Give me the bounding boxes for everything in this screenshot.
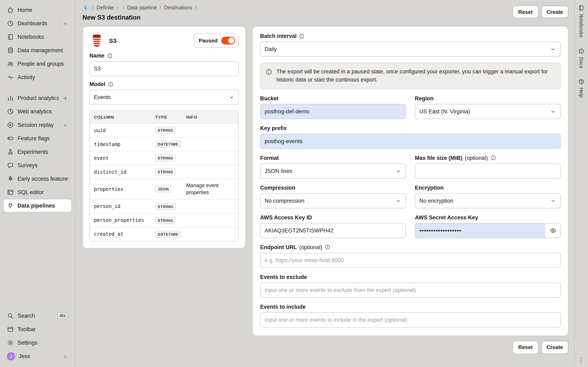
- form-footer-actions: Reset Create: [76, 336, 574, 354]
- sidebar-item-data-management[interactable]: Data management: [3, 44, 72, 57]
- compression-label: Compression: [260, 184, 295, 191]
- sidebar-item-notebooks[interactable]: Notebooks: [3, 30, 72, 44]
- sidebar-item-profile[interactable]: J Jess: [3, 350, 72, 363]
- aws-secret-key-label: AWS Secret Access Key: [415, 214, 478, 220]
- encryption-value: No encryption: [419, 198, 453, 204]
- rail-tab-docs[interactable]: Docs: [578, 48, 584, 68]
- aws-access-key-input[interactable]: [260, 223, 406, 238]
- type-header: TYPE: [151, 111, 182, 123]
- info-icon[interactable]: [107, 53, 113, 58]
- encryption-group: Encryption No encryption: [415, 184, 561, 208]
- home-icon: [7, 7, 14, 13]
- info-cell: [182, 231, 238, 238]
- sidebar-item-activity[interactable]: Activity: [3, 71, 72, 84]
- aws-keys-row: AWS Access Key ID AWS Secret Access Key: [260, 214, 561, 238]
- key-prefix-input[interactable]: [260, 133, 561, 149]
- info-icon[interactable]: [299, 33, 305, 39]
- max-file-size-input[interactable]: [415, 163, 561, 178]
- type-cell: STRING: [151, 165, 182, 179]
- info-cell: [182, 203, 238, 210]
- reset-button-bottom[interactable]: Reset: [513, 341, 538, 354]
- table-row: event STRING: [90, 151, 238, 165]
- manage-event-properties-link[interactable]: Manage event properties: [182, 179, 238, 200]
- sidebar-item-sql-editor[interactable]: SQL editor: [3, 185, 72, 199]
- info-icon[interactable]: [108, 81, 113, 87]
- sidebar-item-people-and-groups[interactable]: People and groups: [3, 57, 72, 71]
- breadcrumb-item-data-pipeline[interactable]: Data pipeline: [127, 5, 157, 10]
- create-button[interactable]: Create: [541, 6, 568, 18]
- sidebar: Home Dashboards Notebooks Data managemen…: [0, 0, 76, 367]
- main-area: L / Definite / Data pipeline / Destinati…: [76, 0, 574, 367]
- add-product-analytics[interactable]: [62, 95, 68, 101]
- breadcrumb-item-project[interactable]: Definite: [96, 5, 120, 10]
- chevron-down-icon: [62, 21, 68, 26]
- compression-select[interactable]: No compression: [260, 193, 406, 208]
- content: S3 Paused Name Model Even: [76, 26, 574, 336]
- name-input[interactable]: [89, 61, 239, 76]
- sidebar-item-web-analytics[interactable]: Web analytics: [3, 105, 72, 118]
- events-to-include-input[interactable]: [260, 312, 561, 327]
- sidebar-item-dashboards[interactable]: Dashboards: [3, 17, 72, 30]
- rail-tab-label: Help: [579, 88, 584, 98]
- chevron-down-icon: [62, 122, 68, 128]
- eye-icon: [549, 227, 556, 234]
- encryption-select[interactable]: No encryption: [415, 193, 561, 208]
- paused-state-notice: The export will be created in a paused s…: [260, 63, 561, 89]
- dashboards-expand[interactable]: [60, 20, 68, 26]
- column-header: COLUMN: [90, 111, 151, 123]
- chevron-down-icon: [550, 108, 556, 114]
- info-icon[interactable]: [325, 244, 330, 250]
- sidebar-item-data-pipelines[interactable]: Data pipelines: [3, 199, 72, 212]
- type-pill: DATETIME: [155, 141, 181, 148]
- table-row: created_at DATETIME: [90, 227, 238, 241]
- sidebar-item-experiments[interactable]: Experiments: [3, 145, 72, 159]
- sidebar-item-home[interactable]: Home: [3, 3, 72, 17]
- sidebar-item-settings[interactable]: Settings: [3, 336, 72, 350]
- reset-button[interactable]: Reset: [513, 6, 538, 18]
- breadcrumb-item-destinations[interactable]: Destinations: [164, 5, 192, 10]
- create-button-bottom[interactable]: Create: [541, 341, 568, 354]
- sidebar-item-feature-flags[interactable]: Feature flags: [3, 132, 72, 145]
- sidebar-item-search[interactable]: Search ⌘K: [3, 309, 72, 323]
- info-cell: [182, 141, 238, 147]
- sidebar-item-surveys[interactable]: Surveys: [3, 159, 72, 172]
- rail-tab-help[interactable]: Help: [578, 79, 584, 98]
- endpoint-url-input[interactable]: [260, 253, 561, 268]
- breadcrumb: L / Definite / Data pipeline / Destinati…: [82, 4, 196, 11]
- type-cell: STRING: [151, 151, 182, 165]
- column-name: properties: [90, 183, 151, 195]
- endpoint-url-label-row: Endpoint URL (optional): [260, 244, 561, 250]
- model-select[interactable]: Events: [89, 90, 239, 105]
- overflow-menu[interactable]: ⋮: [578, 357, 584, 363]
- region-group: Region US East (N. Virginia): [415, 95, 561, 119]
- format-size-row: Format JSON lines Max file size (MiB) (o…: [260, 155, 561, 178]
- paused-toggle[interactable]: Paused: [194, 33, 239, 48]
- encryption-label: Encryption: [415, 184, 444, 191]
- bucket-input[interactable]: [260, 104, 406, 119]
- sidebar-item-early-access-features[interactable]: Early access features: [3, 172, 72, 185]
- sidebar-item-product-analytics[interactable]: Product analytics: [3, 91, 72, 105]
- events-to-exclude-input[interactable]: [260, 282, 561, 298]
- sidebar-item-toolbar[interactable]: Toolbar: [3, 323, 72, 336]
- batch-interval-select[interactable]: Daily: [260, 42, 561, 57]
- toolbar-icon: [7, 326, 14, 333]
- sidebar-item-session-replay[interactable]: Session replay: [3, 118, 72, 132]
- aws-secret-key-input[interactable]: [415, 223, 545, 238]
- sidebar-item-label: Search: [17, 313, 54, 319]
- column-name: uuid: [90, 124, 151, 136]
- max-file-size-label-row: Max file size (MiB) (optional): [415, 155, 561, 161]
- events-to-exclude-label: Events to exclude: [260, 274, 307, 280]
- page-header: L / Definite / Data pipeline / Destinati…: [76, 0, 574, 26]
- bucket-label-row: Bucket: [260, 95, 406, 101]
- rail-tab-notebooks[interactable]: Notebooks: [578, 5, 584, 37]
- sidebar-item-label: Data pipelines: [17, 203, 68, 209]
- info-icon[interactable]: [490, 155, 496, 161]
- reveal-secret-button[interactable]: [545, 223, 560, 238]
- region-select[interactable]: US East (N. Virginia): [415, 104, 561, 119]
- session-replay-expand[interactable]: [60, 122, 68, 128]
- destination-summary-card: S3 Paused Name Model Even: [82, 26, 246, 248]
- schema-table-header: COLUMN TYPE INFO: [90, 111, 238, 124]
- format-select[interactable]: JSON lines: [260, 163, 406, 178]
- org-avatar[interactable]: L: [82, 4, 89, 11]
- model-label-row: Model: [89, 81, 239, 87]
